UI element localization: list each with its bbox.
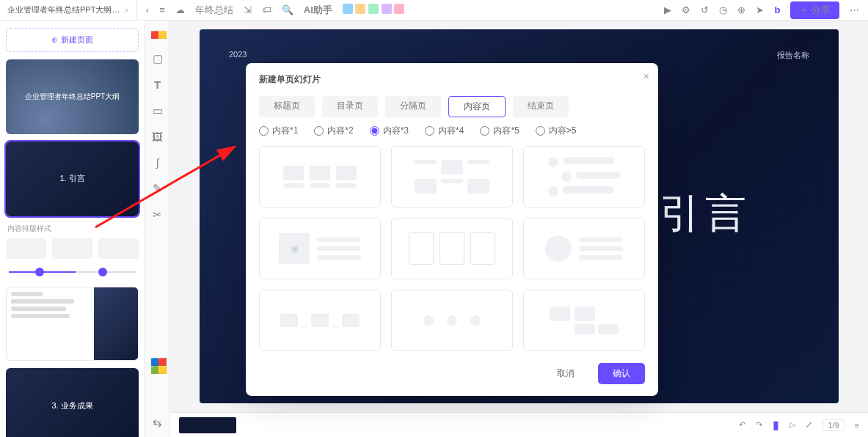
status-bar: ↶ ↷ ▮ ▷ ⤢ 1/9 ≡: [170, 412, 868, 437]
curve-icon[interactable]: ∫: [156, 156, 158, 169]
layout-style-row[interactable]: [6, 238, 139, 259]
cursor-icon[interactable]: ▮: [773, 418, 779, 432]
layout-option-4[interactable]: ▣: [259, 218, 381, 279]
cut-icon[interactable]: ✂: [153, 208, 162, 221]
tab-divider-page[interactable]: 分隔页: [385, 96, 441, 117]
palette-icon[interactable]: 🟥🟨: [150, 31, 165, 39]
share-button[interactable]: ＋ 分享: [790, 1, 839, 19]
dialog-tabs: 标题页 目录页 分隔页 内容页 结束页: [259, 96, 645, 117]
slide-thumb-3-title: 3. 业务成果: [51, 400, 92, 411]
slide-thumb-1[interactable]: 企业管理者年终总结PPT大纲: [6, 59, 139, 134]
radio-content-3[interactable]: 内容*3: [370, 125, 409, 137]
dialog-close-icon[interactable]: ×: [643, 70, 649, 82]
image-icon[interactable]: 🖼: [152, 131, 163, 143]
radio-content-5[interactable]: 内容*5: [480, 125, 519, 137]
play-icon[interactable]: ▶: [664, 4, 671, 15]
layout-option-5[interactable]: [391, 218, 513, 279]
add-icon[interactable]: ⊕: [737, 4, 745, 15]
layout-option-3[interactable]: [523, 146, 645, 208]
clock-icon[interactable]: ◷: [719, 4, 727, 15]
slide-headline: 引言: [660, 186, 751, 242]
close-tab-icon[interactable]: ×: [124, 6, 128, 15]
grid-icon[interactable]: 🟦🟥🟩🟨: [150, 358, 165, 374]
send-icon[interactable]: ➤: [756, 4, 764, 15]
cloud-sync-icon[interactable]: ☁: [175, 4, 185, 15]
export-icon[interactable]: ⇲: [244, 4, 252, 15]
radio-content-1[interactable]: 内容*1: [259, 125, 298, 137]
collapse-icon[interactable]: ⇆: [153, 416, 162, 430]
dialog-title: 新建单页幻灯片: [259, 73, 645, 86]
slide-thumb-1-title: 企业管理者年终总结PPT大纲: [21, 92, 124, 102]
slide-thumb-3[interactable]: 3. 业务成果: [6, 368, 139, 437]
list-icon[interactable]: ≡: [855, 421, 859, 430]
layout-option-8[interactable]: [391, 290, 513, 351]
layout-option-2[interactable]: [391, 146, 513, 208]
document-tab[interactable]: 企业管理者年终总结PPT大纲… ×: [0, 0, 137, 20]
note-icon[interactable]: ▭: [153, 104, 163, 117]
new-slide-button[interactable]: ⊕ 新建页面: [6, 28, 139, 52]
layout-option-6[interactable]: [523, 218, 645, 279]
page-indicator[interactable]: 1/9: [823, 419, 844, 431]
layout-variant-card[interactable]: [6, 287, 139, 361]
back-icon[interactable]: ‹: [146, 4, 149, 15]
tag-icon[interactable]: 🏷: [262, 4, 271, 15]
layout-section-label: 内容排版样式: [7, 224, 139, 234]
new-slide-dialog: 新建单页幻灯片 × 标题页 目录页 分隔页 内容页 结束页 内容*1 内容*2 …: [246, 63, 658, 396]
search-icon[interactable]: 🔍: [282, 4, 293, 15]
crop-icon[interactable]: ▢: [153, 52, 163, 65]
document-tab-title: 企业管理者年终总结PPT大纲…: [7, 4, 120, 15]
menu-icon[interactable]: ≡: [159, 4, 165, 15]
slide-panel: ⊕ 新建页面 企业管理者年终总结PPT大纲 1. 引言 内容排版样式 3. 业务…: [0, 21, 145, 437]
brand-b-icon[interactable]: b: [774, 4, 780, 15]
text-icon[interactable]: T: [154, 78, 161, 91]
slide-brand: 报告名称: [777, 50, 809, 61]
tab-content-page[interactable]: 内容页: [448, 96, 506, 117]
content-count-radios: 内容*1 内容*2 内容*3 内容*4 内容*5 内容>5: [259, 125, 645, 137]
tab-title-page[interactable]: 标题页: [259, 96, 315, 117]
radio-content-2[interactable]: 内容*2: [314, 125, 353, 137]
gear-icon[interactable]: ⚙: [682, 4, 690, 15]
history-icon[interactable]: ↺: [701, 4, 709, 15]
more-icon[interactable]: ⋯: [850, 4, 859, 15]
document-title: 年终总结: [195, 4, 233, 17]
dialog-ok-button[interactable]: 确认: [598, 363, 645, 384]
slide-year: 2023: [229, 50, 247, 59]
slide-thumb-2-title: 1. 引言: [59, 173, 84, 184]
top-bar: 企业管理者年终总结PPT大纲… × ‹ ≡ ☁ 年终总结 ⇲ 🏷 🔍 AI助手 …: [0, 0, 868, 21]
tab-toc-page[interactable]: 目录页: [322, 96, 378, 117]
undo-icon[interactable]: ↶: [739, 420, 745, 430]
mini-preview[interactable]: [179, 417, 236, 433]
radio-content-4[interactable]: 内容*4: [425, 125, 464, 137]
layout-option-1[interactable]: [259, 146, 381, 208]
fit-icon[interactable]: ⤢: [806, 420, 812, 430]
dialog-cancel-button[interactable]: 取消: [542, 363, 589, 384]
pen-icon[interactable]: ✎: [153, 182, 162, 195]
play-icon[interactable]: ▷: [789, 420, 795, 430]
tool-strip: 🟥🟨 ▢ T ▭ 🖼 ∫ ✎ ✂ 🟦🟥🟩🟨 ⇆: [145, 21, 170, 437]
layout-option-9[interactable]: [523, 290, 645, 351]
radio-content-gt5[interactable]: 内容>5: [536, 125, 577, 137]
layout-grid: ▣: [259, 146, 645, 351]
redo-icon[interactable]: ↷: [756, 420, 762, 430]
ai-assistant-button[interactable]: AI助手: [304, 4, 332, 17]
tab-end-page[interactable]: 结束页: [513, 96, 569, 117]
layout-slider[interactable]: [6, 265, 139, 279]
layout-option-7[interactable]: [259, 290, 381, 351]
slide-thumb-2[interactable]: 1. 引言: [6, 142, 139, 216]
theme-color-swatches[interactable]: [343, 4, 405, 16]
